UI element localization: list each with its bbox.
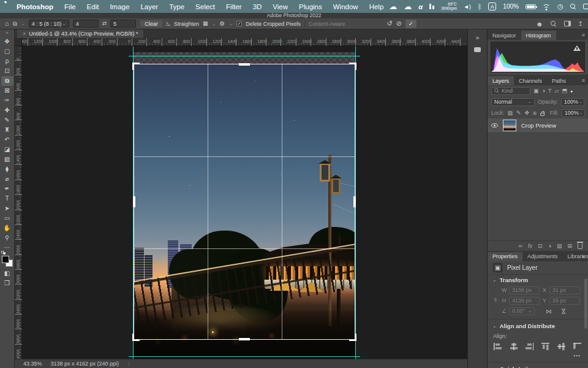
crop-handle-top[interactable] <box>239 63 250 66</box>
rectangle-tool[interactable]: ▭ <box>1 213 13 223</box>
share-account-icon[interactable]: ☻ <box>536 20 543 28</box>
layer-visibility-eye-icon[interactable] <box>491 123 498 128</box>
new-layer-icon[interactable]: ⊞ <box>567 243 572 249</box>
close-tab-icon[interactable]: × <box>23 31 26 37</box>
filter-shape-layers-icon[interactable]: ▱ <box>554 88 559 94</box>
new-adjustment-layer-icon[interactable]: ◑ <box>548 243 551 249</box>
quick-actions-header[interactable]: ⌄ Quick Actions <box>488 364 588 368</box>
lasso-tool[interactable]: ρ <box>1 56 13 66</box>
layer-thumbnail[interactable] <box>503 120 516 131</box>
flip-horizontal-icon[interactable]: ⋈ <box>546 308 552 315</box>
delete-cropped-pixels-checkbox[interactable]: ✓ <box>236 21 242 26</box>
transform-section-header[interactable]: ⌄ Transform <box>488 275 588 286</box>
cancel-crop-icon[interactable]: ⊘ <box>396 20 402 27</box>
crop-handle-right[interactable] <box>353 196 356 207</box>
ratio-height-input[interactable]: 5 <box>110 20 136 28</box>
lock-image-icon[interactable]: ✎ <box>516 110 521 116</box>
history-brush-tool[interactable]: ↶ <box>1 135 13 145</box>
frame-tool[interactable]: ⊠ <box>1 86 13 96</box>
document-tab[interactable]: × Untitled-1 @ 43.4% (Crop Preview, RGB/… <box>17 29 143 38</box>
crop-bounding-box[interactable] <box>134 64 355 340</box>
crop-handle-top-right[interactable] <box>349 63 356 70</box>
align-bottom-icon[interactable] <box>573 343 581 350</box>
menu-item-window[interactable]: Window <box>328 3 364 10</box>
bluetooth-icon[interactable]: ᛒ <box>478 3 482 10</box>
straighten-label[interactable]: Straighten <box>174 21 199 27</box>
toolbar-collapse-icon[interactable]: » <box>6 29 8 37</box>
height-field[interactable]: 4136 px <box>509 297 540 305</box>
share-icon[interactable]: ↥ <box>578 20 583 27</box>
delete-layer-icon[interactable] <box>578 243 582 249</box>
layer-styles-icon[interactable]: fx <box>528 243 532 249</box>
link-layers-icon[interactable]: ∞ <box>519 243 522 249</box>
rectangular-marquee-tool[interactable]: ▢ <box>1 47 13 56</box>
foreground-color-swatch[interactable] <box>2 256 9 263</box>
filter-type-layers-icon[interactable]: T <box>548 88 552 94</box>
align-left-icon[interactable] <box>494 343 502 350</box>
path-selection-tool[interactable]: ➤ <box>1 204 13 213</box>
blur-tool[interactable]: ⧫ <box>1 164 13 174</box>
menu-item-photoshop[interactable]: Photoshop <box>11 3 59 10</box>
lock-artboard-icon[interactable]: ⧈ <box>533 110 537 117</box>
expand-panels-icon[interactable]: » <box>476 34 480 41</box>
opacity-select[interactable]: 100% ⌄ <box>561 98 584 106</box>
search-icon[interactable] <box>551 21 557 27</box>
menu-item-layer[interactable]: Layer <box>135 3 164 10</box>
menu-item-select[interactable]: Select <box>190 3 221 10</box>
quick-mask-icon[interactable]: ◧ <box>1 269 13 278</box>
filter-adjustment-layers-icon[interactable]: ◑ <box>542 88 545 94</box>
tab-properties[interactable]: Properties <box>488 252 522 261</box>
lock-position-icon[interactable]: ✥ <box>525 110 530 116</box>
antivirus-icon[interactable]: α <box>418 3 423 10</box>
clear-button[interactable]: Clear <box>140 20 163 28</box>
type-tool[interactable]: T <box>1 194 13 204</box>
crop-handle-bottom-right[interactable] <box>349 334 356 341</box>
temperature-widget[interactable]: 69°C 3990rpm <box>441 2 457 10</box>
brush-tool[interactable]: ✎ <box>1 115 13 125</box>
eyedropper-tool[interactable]: ✑ <box>1 96 13 105</box>
screen-mode-icon[interactable]: ❐ <box>1 278 13 288</box>
menu-item-file[interactable]: File <box>59 3 81 10</box>
y-field[interactable]: 26 px <box>549 297 580 305</box>
tab-channels[interactable]: Channels <box>514 76 547 85</box>
fill-select[interactable]: 100% ⌄ <box>562 109 585 117</box>
battery-icon[interactable] <box>526 4 536 9</box>
align-center-horizontal-icon[interactable] <box>510 343 518 350</box>
menu-item-image[interactable]: Image <box>104 3 135 10</box>
filter-smart-objects-icon[interactable]: ⬒ <box>562 88 567 94</box>
crop-handle-bottom-left[interactable] <box>132 334 140 341</box>
horizontal-ruler[interactable]: 1400120010008006004002000200400600800100… <box>15 38 467 46</box>
guide-horizontal-bottom[interactable] <box>129 356 360 357</box>
status-options-icon[interactable]: 〉 <box>127 361 132 367</box>
crop-tool-preset-icon[interactable]: ⧉ <box>13 20 17 27</box>
stats-widget-icon[interactable] <box>429 4 434 9</box>
move-tool[interactable]: ✥ <box>1 37 13 47</box>
zoom-tool[interactable]: ⚲ <box>1 233 13 243</box>
guide-horizontal-top[interactable] <box>129 56 360 56</box>
width-field[interactable]: 3106 px <box>509 286 540 294</box>
filter-lights-toggle[interactable]: ● <box>570 89 573 93</box>
properties-scrollbar-thumb[interactable] <box>584 278 587 329</box>
panel-menu-icon[interactable]: ≡ <box>582 77 585 83</box>
clock-icon[interactable]: ◷ <box>557 2 564 10</box>
reset-crop-icon[interactable]: ↺ <box>387 20 393 27</box>
flip-vertical-icon[interactable]: ⋈ <box>560 308 567 314</box>
delete-cropped-pixels-label[interactable]: Delete Cropped Pixels <box>246 21 301 27</box>
home-screen-icon[interactable]: ⌂ <box>5 20 9 27</box>
overlay-options-icon[interactable]: ▦ <box>203 20 208 27</box>
tab-paths[interactable]: Paths <box>547 76 571 85</box>
align-section-header[interactable]: ⌄ Align and Distribute <box>488 321 588 332</box>
menu-item-view[interactable]: View <box>267 3 293 10</box>
x-field[interactable]: 31 px <box>549 286 580 294</box>
menu-item-3d[interactable]: 3D <box>247 3 268 10</box>
crop-handle-bottom[interactable] <box>239 338 250 340</box>
wifi-icon[interactable] <box>543 4 551 10</box>
panel-menu-icon[interactable]: ≡ <box>582 253 585 259</box>
spotlight-search-icon[interactable] <box>570 4 576 10</box>
histogram-warning-icon[interactable] <box>573 45 581 51</box>
eraser-tool[interactable]: ◪ <box>1 145 13 155</box>
gradient-tool[interactable]: ▧ <box>1 155 13 164</box>
clone-stamp-tool[interactable]: ♜ <box>1 125 13 135</box>
aspect-ratio-select[interactable]: 4 : 5 (8 : 10) ⌄ <box>29 20 69 28</box>
align-more-options[interactable]: ••• <box>488 351 588 361</box>
